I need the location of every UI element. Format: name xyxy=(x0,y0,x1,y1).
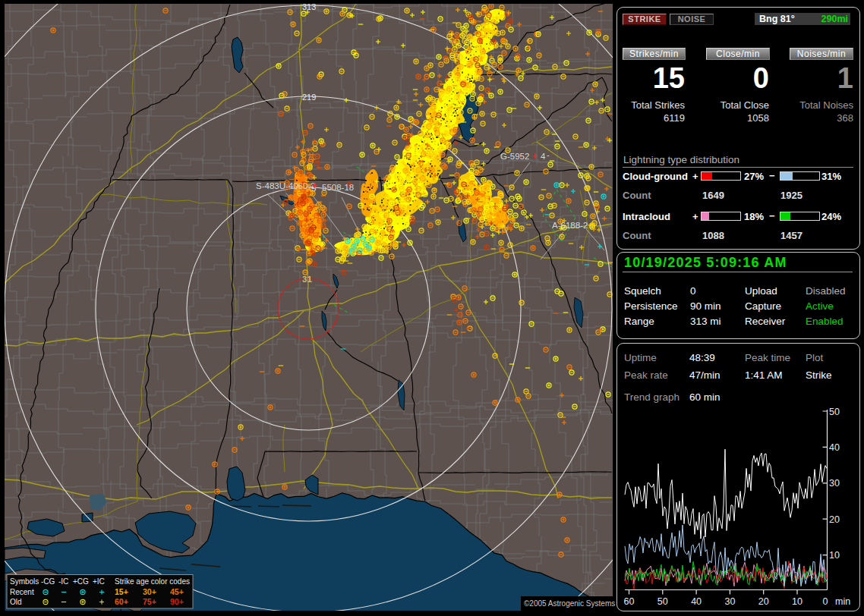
svg-text:10: 10 xyxy=(792,596,803,607)
svg-text:30: 30 xyxy=(829,478,840,489)
svg-text:min: min xyxy=(835,596,850,607)
svg-text:0: 0 xyxy=(823,596,828,607)
svg-text:20: 20 xyxy=(829,514,840,525)
svg-text:60: 60 xyxy=(624,596,635,607)
svg-text:30: 30 xyxy=(724,596,735,607)
svg-text:50: 50 xyxy=(829,407,840,417)
svg-text:50: 50 xyxy=(657,596,668,607)
svg-text:40: 40 xyxy=(829,442,840,453)
svg-text:20: 20 xyxy=(758,596,769,607)
svg-text:10: 10 xyxy=(829,550,840,561)
svg-text:40: 40 xyxy=(691,596,702,607)
